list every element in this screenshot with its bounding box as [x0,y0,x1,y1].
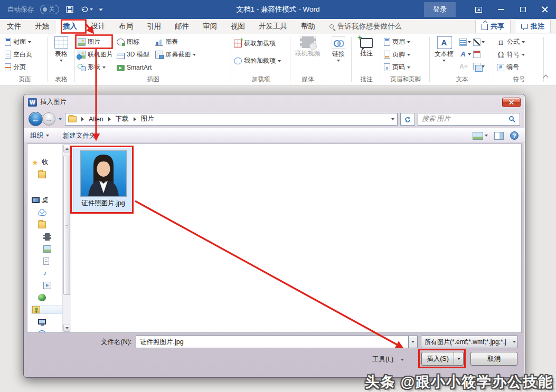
online-video-button[interactable]: 联机视频 [293,34,323,58]
breadcrumb-dropdown-icon[interactable] [391,118,394,120]
preview-pane-button[interactable] [494,132,504,140]
page-break-button[interactable]: 分页 [5,62,32,72]
forward-button[interactable]: → [42,112,55,126]
cover-page-button[interactable]: 封面 [5,37,32,47]
tab-mailings[interactable]: 邮件 [168,19,196,34]
object-button[interactable] [473,61,486,72]
breadcrumb[interactable]: Allen 下载 图片 [65,113,398,126]
shapes-button[interactable]: 形状 [78,62,113,72]
ribbon-display-options-button[interactable] [467,0,489,19]
filename-combobox[interactable]: 证件照图片.jpg [136,336,418,348]
breadcrumb-separator-icon[interactable] [81,117,84,121]
tab-design[interactable]: 设计 [84,19,112,34]
filename-input[interactable]: 证件照图片.jpg [136,336,408,348]
ribbon-group-header-footer: 页眉 页脚 页码 页眉和页脚 [381,34,430,85]
organize-button[interactable]: 组织 [30,131,49,140]
tab-layout[interactable]: 布局 [112,19,140,34]
share-button[interactable]: 共享 [475,20,511,33]
tab-insert[interactable]: 插入 [56,19,84,34]
tab-view[interactable]: 视图 [224,19,252,34]
file-item-photo[interactable]: 证件照图片.jpg [73,148,133,213]
sidebar-scrollbar[interactable] [62,144,71,332]
tools-menu-button[interactable]: 工具(L) [372,353,404,366]
equation-button[interactable]: π公式 [497,37,525,47]
drop-cap-button[interactable]: A≡ [459,61,472,72]
footer-button[interactable]: 页脚 [384,50,410,60]
help-button[interactable]: ? [510,131,519,140]
get-addins-button[interactable]: 获取加载项 [234,39,281,49]
history-dropdown-icon[interactable] [59,118,62,120]
breadcrumb-separator-icon[interactable] [134,117,136,121]
tell-me-box[interactable]: 告诉我你想要做什么 [329,22,402,31]
user-folder-icon [32,306,40,313]
filename-dropdown-button[interactable] [408,336,418,348]
minimize-button[interactable] [489,0,512,19]
dialog-close-button[interactable] [502,98,521,107]
smartart-button[interactable]: SmartArt [117,62,152,72]
table-button[interactable]: 表格 [52,34,70,62]
tab-developer[interactable]: 开发工具 [252,19,294,34]
3d-models-button[interactable]: 3D 模型 [117,50,152,60]
number-button[interactable]: #编号 [497,62,525,72]
undo-button[interactable] [80,5,93,14]
filetype-combobox[interactable]: 所有图片(*.emf;*.wmf;*.jpg;*.j [421,336,518,348]
sign-in-button[interactable]: 登录 [424,2,456,17]
ribbon-group-table: 表格 表格 [48,34,75,85]
insert-dropdown-button[interactable] [454,352,464,366]
header-button[interactable]: 页眉 [384,37,410,47]
breadcrumb-item-pictures[interactable]: 图片 [141,114,154,123]
link-button[interactable]: 链接 [329,34,347,62]
cover-page-icon [5,38,11,46]
text-box-button[interactable]: A 文本框 [432,34,456,62]
autosave-toggle[interactable]: 关 [40,5,59,14]
collapse-ribbon-button[interactable] [544,72,555,85]
page-number-button[interactable]: 页码 [384,62,410,72]
blank-page-icon [5,51,11,59]
quick-access-toolbar: 自动保存 关 [0,5,103,14]
save-button[interactable] [65,5,74,14]
tab-file[interactable]: 文件 [0,19,28,34]
comments-button[interactable]: 批注 [515,20,551,33]
close-button[interactable] [534,0,556,19]
tab-home[interactable]: 开始 [28,19,56,34]
online-pictures-button[interactable]: 联机图片 [78,50,113,60]
date-time-button[interactable] [473,49,486,60]
scroll-up-button[interactable] [63,145,70,152]
chart-button[interactable]: 图表 [155,37,196,47]
text-box-icon: A [437,36,451,49]
change-view-button[interactable] [473,132,488,140]
maximize-button[interactable] [512,0,534,19]
symbol-button[interactable]: Ω符号 [497,50,525,60]
signature-line-button[interactable] [473,36,486,47]
wordart-button[interactable]: A [459,49,472,60]
dialog-titlebar[interactable]: W 插入图片 [24,94,525,110]
new-comment-button[interactable]: 批注 [358,34,375,58]
insert-button[interactable]: 插入(S) [421,352,454,366]
my-addins-button[interactable]: 我的加载项 [234,56,281,66]
scroll-down-button[interactable] [63,324,70,332]
computer-icon [38,319,46,324]
tab-review[interactable]: 审阅 [196,19,224,34]
back-button[interactable]: ← [29,112,43,126]
breadcrumb-separator-icon[interactable] [108,117,111,121]
breadcrumb-item-allen[interactable]: Allen [89,116,103,123]
refresh-button[interactable] [400,113,415,126]
customize-qat-button[interactable] [99,8,103,12]
tab-references[interactable]: 引用 [140,19,168,34]
close-icon [509,100,514,104]
icons-button[interactable]: 图标 [117,37,152,47]
blank-page-button[interactable]: 空白页 [5,50,32,60]
search-box[interactable]: 搜索 图片 [418,113,520,126]
dialog-title: 插入图片 [40,98,67,107]
cancel-button[interactable]: 取消 [470,352,517,366]
scrollbar-thumb[interactable] [63,156,70,295]
screenshot-button[interactable]: 屏幕截图 [155,50,196,60]
breadcrumb-item-downloads[interactable]: 下载 [116,114,129,123]
group-label-pages: 页面 [5,74,45,85]
new-folder-button[interactable]: 新建文件夹 [63,131,96,140]
tab-help[interactable]: 帮助 [294,19,322,34]
pictures-button[interactable]: 图片 [78,37,113,47]
quick-parts-button[interactable] [459,36,472,47]
close-icon [542,6,548,13]
homegroup-icon [38,294,46,301]
